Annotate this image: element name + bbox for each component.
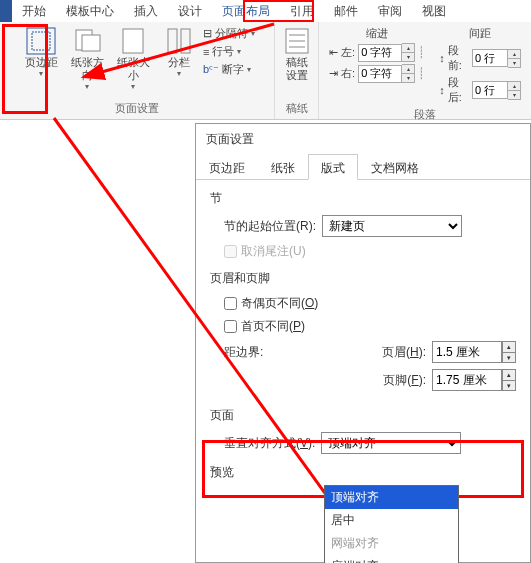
menu-design[interactable]: 设计 bbox=[168, 0, 212, 23]
manuscript-icon bbox=[280, 26, 314, 56]
dialog-title: 页面设置 bbox=[196, 124, 530, 154]
group-manuscript: 稿纸 设置 稿纸 bbox=[275, 22, 319, 119]
menu-template[interactable]: 模板中心 bbox=[56, 0, 124, 23]
indent-left-spin[interactable]: ▴▾ bbox=[358, 43, 415, 62]
indent-head: 缩进 bbox=[329, 26, 425, 41]
btn-breaks-label: 分隔符 bbox=[215, 26, 248, 41]
btn-lineno[interactable]: ≡行号▾ bbox=[203, 44, 255, 59]
columns-icon bbox=[162, 26, 196, 56]
page-setup-dialog: 页面设置 页边距 纸张 版式 文档网格 节 节的起始位置(R): 新建页 取消尾… bbox=[195, 123, 531, 563]
svg-rect-3 bbox=[82, 35, 100, 51]
valign-label: 垂直对齐方式(V): bbox=[224, 435, 315, 452]
suppress-endnote-checkbox bbox=[224, 245, 237, 258]
tab-grid[interactable]: 文档网格 bbox=[358, 154, 432, 179]
divider-icon: ┊ bbox=[418, 46, 425, 59]
breaks-icon: ⊟ bbox=[203, 27, 212, 40]
menu-mail[interactable]: 邮件 bbox=[324, 0, 368, 23]
spin-down[interactable]: ▾ bbox=[502, 352, 516, 363]
odd-even-label: 奇偶页不同(O) bbox=[241, 295, 318, 312]
page-head: 页面 bbox=[210, 407, 516, 424]
spin-down[interactable]: ▾ bbox=[402, 53, 414, 61]
orientation-icon bbox=[70, 26, 104, 56]
first-diff-row[interactable]: 首页不同(P) bbox=[224, 318, 516, 335]
group-page-setup: 页边距 ▾ 纸张方向 ▾ 纸张大小 ▾ 分栏 bbox=[0, 22, 275, 119]
menu-reference[interactable]: 引用 bbox=[280, 0, 324, 23]
indent-left-label: 左: bbox=[341, 45, 355, 60]
btn-columns[interactable]: 分栏 ▾ bbox=[157, 24, 201, 80]
header-spin[interactable]: ▴▾ bbox=[432, 341, 516, 363]
section-hf: 页眉和页脚 奇偶页不同(O) 首页不同(P) 距边界: 页眉(H): ▴▾ bbox=[210, 270, 516, 397]
first-diff-label: 首页不同(P) bbox=[241, 318, 305, 335]
valign-option-justify[interactable]: 网端对齐 bbox=[325, 532, 458, 555]
spin-down[interactable]: ▾ bbox=[508, 59, 520, 67]
valign-select[interactable]: 顶端对齐 bbox=[321, 432, 461, 454]
section-start-select[interactable]: 新建页 bbox=[322, 215, 462, 237]
indent-right-icon: ⇥ bbox=[329, 67, 338, 80]
btn-margin[interactable]: 页边距 ▾ bbox=[19, 24, 63, 80]
spin-down[interactable]: ▾ bbox=[402, 74, 414, 82]
space-after-icon: ↕ bbox=[439, 84, 445, 96]
odd-even-row[interactable]: 奇偶页不同(O) bbox=[224, 295, 516, 312]
spin-up[interactable]: ▴ bbox=[402, 44, 414, 53]
small-buttons: ⊟分隔符▾ ≡行号▾ bᶜ⁻断字▾ bbox=[203, 24, 255, 77]
chevron-down-icon: ▾ bbox=[39, 69, 43, 78]
spin-up[interactable]: ▴ bbox=[508, 50, 520, 59]
spin-down[interactable]: ▾ bbox=[502, 380, 516, 391]
menu-view[interactable]: 视图 bbox=[412, 0, 456, 23]
space-after-spin[interactable]: ▴▾ bbox=[472, 81, 521, 100]
btn-breaks[interactable]: ⊟分隔符▾ bbox=[203, 26, 255, 41]
tab-paper[interactable]: 纸张 bbox=[258, 154, 308, 179]
chevron-down-icon: ▾ bbox=[237, 47, 241, 56]
odd-even-checkbox[interactable] bbox=[224, 297, 237, 310]
btn-manuscript[interactable]: 稿纸 设置 bbox=[275, 24, 319, 84]
group-paragraph: 缩进 ⇤ 左: ▴▾ ┊ ⇥ 右: ▴▾ ┊ 间距 ↕ 段前: bbox=[319, 22, 531, 119]
footer-spin[interactable]: ▴▾ bbox=[432, 369, 516, 391]
header-label: 页眉(H): bbox=[382, 344, 426, 361]
space-after-label: 段后: bbox=[448, 75, 469, 105]
space-before-label: 段前: bbox=[448, 43, 469, 73]
svg-rect-5 bbox=[168, 29, 177, 53]
header-input[interactable] bbox=[432, 341, 502, 363]
valign-option-bottom[interactable]: 底端对齐 bbox=[325, 555, 458, 563]
divider-icon: ┊ bbox=[418, 67, 425, 80]
menu-start[interactable]: 开始 bbox=[12, 0, 56, 23]
indent-block: 缩进 ⇤ 左: ▴▾ ┊ ⇥ 右: ▴▾ ┊ bbox=[325, 24, 429, 107]
menu-page-layout[interactable]: 页面布局 bbox=[212, 0, 280, 23]
btn-margin-label: 页边距 bbox=[25, 56, 58, 69]
spin-up[interactable]: ▴ bbox=[402, 65, 414, 74]
first-diff-checkbox[interactable] bbox=[224, 320, 237, 333]
lineno-icon: ≡ bbox=[203, 46, 209, 58]
spin-up[interactable]: ▴ bbox=[502, 369, 516, 380]
btn-orientation[interactable]: 纸张方向 ▾ bbox=[65, 24, 109, 93]
group-label-page-setup: 页面设置 bbox=[6, 101, 268, 119]
chevron-down-icon: ▾ bbox=[251, 29, 255, 38]
menu-insert[interactable]: 插入 bbox=[124, 0, 168, 23]
edge-label: 距边界: bbox=[224, 341, 263, 361]
space-before-input[interactable] bbox=[472, 49, 508, 67]
space-after-input[interactable] bbox=[472, 81, 508, 99]
space-before-spin[interactable]: ▴▾ bbox=[472, 49, 521, 68]
spin-up[interactable]: ▴ bbox=[502, 341, 516, 352]
valign-option-top[interactable]: 顶端对齐 bbox=[325, 486, 458, 509]
btn-hyphen-label: 断字 bbox=[222, 62, 244, 77]
size-icon bbox=[116, 26, 150, 56]
indent-left-input[interactable] bbox=[358, 44, 402, 62]
ribbon: 页边距 ▾ 纸张方向 ▾ 纸张大小 ▾ 分栏 bbox=[0, 22, 531, 120]
indent-right-spin[interactable]: ▴▾ bbox=[358, 64, 415, 83]
tab-layout[interactable]: 版式 bbox=[308, 154, 358, 180]
btn-size[interactable]: 纸张大小 ▾ bbox=[111, 24, 155, 93]
btn-hyphen[interactable]: bᶜ⁻断字▾ bbox=[203, 62, 255, 77]
footer-input[interactable] bbox=[432, 369, 502, 391]
menu-review[interactable]: 审阅 bbox=[368, 0, 412, 23]
indent-left-icon: ⇤ bbox=[329, 46, 338, 59]
spin-up[interactable]: ▴ bbox=[508, 82, 520, 91]
chevron-down-icon: ▾ bbox=[85, 82, 89, 91]
dialog-tabs: 页边距 纸张 版式 文档网格 bbox=[196, 154, 530, 180]
btn-size-label: 纸张大小 bbox=[113, 56, 153, 82]
tab-margin[interactable]: 页边距 bbox=[196, 154, 258, 179]
indent-right-input[interactable] bbox=[358, 65, 402, 83]
btn-orientation-label: 纸张方向 bbox=[67, 56, 107, 82]
valign-option-center[interactable]: 居中 bbox=[325, 509, 458, 532]
valign-dropdown[interactable]: 顶端对齐 居中 网端对齐 底端对齐 bbox=[324, 485, 459, 563]
spin-down[interactable]: ▾ bbox=[508, 91, 520, 99]
